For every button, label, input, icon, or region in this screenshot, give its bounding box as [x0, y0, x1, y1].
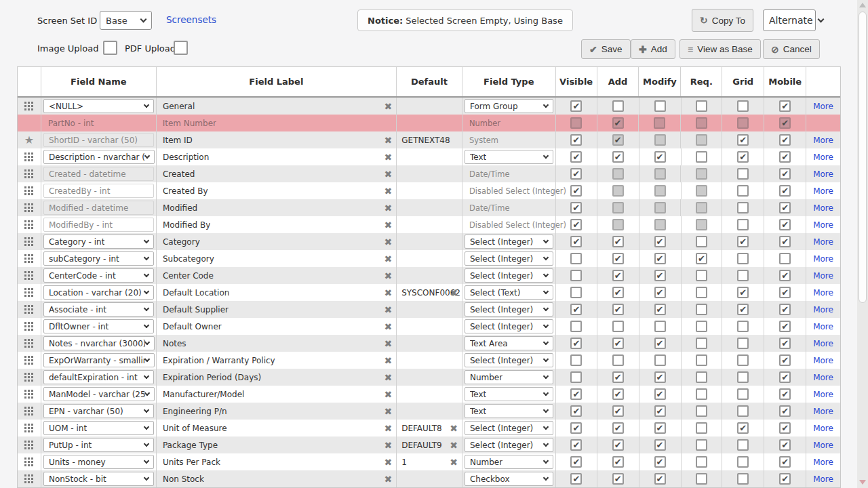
checkbox-modify[interactable]: ✔	[654, 439, 666, 451]
checkbox-grid[interactable]	[737, 473, 749, 485]
field-type-select[interactable]: Text	[465, 150, 553, 164]
checkbox-add[interactable]: ✔	[612, 371, 624, 383]
drag-handle-icon[interactable]	[24, 424, 33, 432]
clear-icon[interactable]: ✖	[450, 288, 458, 298]
checkbox-modify[interactable]: ✔	[654, 151, 666, 163]
field-name-select[interactable]: defaultExpiration - int	[43, 370, 154, 384]
image-upload-checkbox[interactable]	[103, 41, 117, 55]
field-type-select[interactable]: Select (Integer)	[465, 421, 553, 435]
clear-icon[interactable]: ✖	[384, 424, 392, 433]
checkbox-req[interactable]	[696, 371, 707, 383]
field-name-select[interactable]: Description - nvarchar (255)	[43, 150, 155, 164]
checkbox-mobile[interactable]: ✔	[779, 287, 791, 298]
scroll-up-arrow-icon[interactable]	[859, 3, 866, 7]
more-link[interactable]: More	[813, 424, 833, 433]
checkbox-visible[interactable]: ✔	[570, 304, 582, 315]
field-name-select[interactable]: Associate - int	[43, 302, 154, 317]
field-type-select[interactable]: Text Area	[465, 336, 553, 350]
scroll-down-arrow-icon[interactable]	[859, 480, 866, 485]
field-type-select[interactable]: Text	[465, 404, 553, 418]
checkbox-mobile[interactable]: ✔	[779, 151, 791, 163]
clear-icon[interactable]: ✖	[384, 390, 392, 399]
more-link[interactable]: More	[813, 474, 833, 484]
checkbox-mobile[interactable]: ✔	[779, 219, 791, 230]
field-label-input[interactable]: Units Per Pack	[157, 458, 220, 467]
save-button[interactable]: ✔ Save	[581, 39, 631, 59]
checkbox-add[interactable]: ✔	[612, 405, 624, 417]
checkbox-add[interactable]: ✔	[612, 456, 624, 468]
field-name-select[interactable]: Location - varchar (20)	[43, 285, 154, 300]
checkbox-req[interactable]	[696, 439, 707, 451]
clear-icon[interactable]: ✖	[384, 474, 392, 484]
checkbox-mobile[interactable]: ✔	[779, 354, 791, 366]
checkbox-grid[interactable]	[737, 321, 749, 332]
drag-handle-icon[interactable]	[24, 203, 33, 212]
checkbox-req[interactable]	[696, 100, 707, 112]
checkbox-add[interactable]: ✔	[612, 304, 624, 315]
checkbox-req[interactable]	[696, 405, 707, 417]
checkbox-grid[interactable]	[737, 202, 749, 214]
checkbox-modify[interactable]: ✔	[654, 405, 666, 417]
checkbox-grid[interactable]: ✔	[737, 134, 749, 146]
field-name-select[interactable]: Category - int	[43, 235, 154, 249]
checkbox-req[interactable]	[696, 304, 707, 315]
field-name-select[interactable]: NonStock - bit	[43, 472, 154, 486]
checkbox-add[interactable]: ✔	[612, 151, 624, 163]
clear-icon[interactable]: ✖	[384, 152, 392, 162]
checkbox-mobile[interactable]: ✔	[779, 405, 791, 417]
checkbox-visible[interactable]: ✔	[570, 168, 582, 180]
clear-icon[interactable]: ✖	[384, 136, 393, 145]
default-input[interactable]: DEFAULT8	[397, 424, 442, 433]
checkbox-visible[interactable]	[570, 253, 582, 264]
field-type-select[interactable]: Number	[465, 455, 553, 469]
checkbox-visible[interactable]: ✔	[570, 456, 582, 468]
drag-handle-icon[interactable]	[24, 288, 33, 297]
field-label-input[interactable]: Notes	[157, 339, 186, 348]
field-label-input[interactable]: Center Code	[157, 271, 214, 281]
field-label-input[interactable]: General	[157, 102, 195, 111]
field-type-select[interactable]: Select (Integer)	[465, 353, 553, 367]
default-input[interactable]: 1	[397, 458, 407, 467]
checkbox-grid[interactable]: ✔	[737, 422, 749, 434]
checkbox-mobile[interactable]: ✔	[779, 202, 791, 214]
checkbox-mobile[interactable]: ✔	[779, 371, 791, 383]
checkbox-mobile[interactable]: ✔	[779, 422, 791, 434]
checkbox-req[interactable]	[696, 287, 707, 298]
checkbox-visible[interactable]: ✔	[570, 439, 582, 451]
more-link[interactable]: More	[813, 407, 833, 416]
add-button[interactable]: ✚ Add	[631, 39, 675, 59]
checkbox-grid[interactable]	[737, 100, 749, 112]
checkbox-req[interactable]	[696, 473, 707, 485]
checkbox-modify[interactable]	[654, 354, 666, 366]
drag-handle-icon[interactable]	[24, 322, 33, 331]
field-label-input[interactable]: Default Owner	[157, 322, 222, 331]
more-link[interactable]: More	[813, 220, 833, 230]
clear-icon[interactable]: ✖	[384, 441, 392, 450]
field-label-input[interactable]: Subcategory	[157, 254, 214, 264]
default-input[interactable]: DEFAULT9	[397, 441, 442, 450]
checkbox-req[interactable]	[696, 338, 707, 349]
checkbox-modify[interactable]: ✔	[654, 253, 666, 264]
field-label-input[interactable]: Package Type	[157, 441, 218, 450]
view-as-base-button[interactable]: ≡ View as Base	[679, 39, 761, 59]
checkbox-add[interactable]	[612, 321, 624, 332]
checkbox-mobile[interactable]: ✔	[779, 100, 791, 112]
checkbox-req[interactable]	[696, 151, 707, 163]
scrollbar-thumb[interactable]	[859, 12, 867, 303]
drag-handle-icon[interactable]	[24, 441, 33, 449]
field-type-select[interactable]: Select (Integer)	[465, 251, 553, 266]
drag-handle-icon[interactable]	[24, 169, 33, 178]
field-name-select[interactable]: ExpOrWarranty - smallint	[43, 353, 155, 367]
checkbox-grid[interactable]: ✔	[737, 151, 749, 163]
checkbox-visible[interactable]: ✔	[570, 151, 582, 163]
more-link[interactable]: More	[813, 102, 833, 111]
field-label-input[interactable]: Created	[157, 169, 195, 179]
checkbox-modify[interactable]: ✔	[654, 422, 666, 434]
clear-icon[interactable]: ✖	[384, 254, 392, 264]
more-link[interactable]: More	[813, 203, 833, 213]
checkbox-grid[interactable]	[737, 270, 749, 281]
field-type-select[interactable]: Select (Integer)	[465, 302, 553, 317]
field-name-select[interactable]: ManModel - varchar (255)	[43, 387, 155, 401]
more-link[interactable]: More	[813, 136, 833, 145]
field-type-select[interactable]: Form Group	[465, 99, 553, 113]
